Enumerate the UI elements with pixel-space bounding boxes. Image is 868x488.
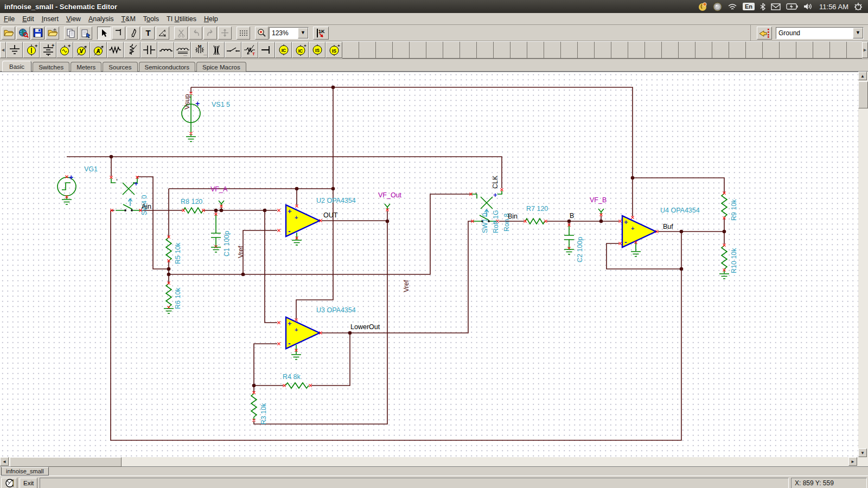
component-pointer-button[interactable] xyxy=(757,27,772,40)
zoom-tool-button[interactable] xyxy=(255,27,269,40)
label-vfout[interactable]: VF_Out xyxy=(378,191,402,199)
copy-button[interactable] xyxy=(64,27,78,40)
tab-switches[interactable]: Switches xyxy=(33,62,69,72)
menu-t-m[interactable]: T&M xyxy=(117,14,139,24)
exit-button[interactable]: Exit xyxy=(20,478,37,488)
menu-edit[interactable]: Edit xyxy=(18,14,38,24)
inductor-core-component-button[interactable]: ... xyxy=(174,42,191,58)
tab-semiconductors[interactable]: Semiconductors xyxy=(139,62,195,72)
opamp-u4[interactable]: + + - xyxy=(622,216,656,247)
label-lowerout[interactable]: LowerOut xyxy=(350,323,380,331)
label-vref2[interactable]: Vref xyxy=(403,280,410,292)
horizontal-scrollbar[interactable]: ◄ ► xyxy=(0,457,868,466)
tab-spice-macros[interactable]: Spice Macros xyxy=(196,62,246,72)
zoom-dropdown-arrow[interactable]: ▼ xyxy=(298,28,308,38)
voltmeter-component-button[interactable]: V xyxy=(73,42,90,58)
label-buf[interactable]: Buf xyxy=(663,223,673,230)
terminal-component-button[interactable] xyxy=(258,42,275,58)
redo-button[interactable] xyxy=(203,27,217,40)
label-vfb[interactable]: VF_B xyxy=(590,196,607,204)
transformer-component-button[interactable]: M... xyxy=(191,42,208,58)
is-meter-component-button[interactable]: IS xyxy=(309,42,326,58)
label-vfa[interactable]: VF_A xyxy=(210,185,228,193)
label-r10[interactable]: R10 10k xyxy=(730,248,738,273)
label-vsup[interactable]: Vsup xyxy=(183,94,191,110)
wires[interactable] xyxy=(67,87,724,440)
component-select-combo[interactable]: Ground ▼ xyxy=(776,27,864,39)
label-clk[interactable]: CLK xyxy=(492,175,499,189)
menu-view[interactable]: View xyxy=(62,14,85,24)
coupled-inductors-component-button[interactable] xyxy=(208,42,225,58)
capacitor-component-button[interactable] xyxy=(141,42,157,58)
label-r8[interactable]: R8 120 xyxy=(181,198,202,206)
instrument-gauge-button[interactable] xyxy=(1,478,17,488)
battery-component-button[interactable]: + xyxy=(40,42,56,58)
label-u3[interactable]: U3 OPA4354 xyxy=(316,306,356,314)
scroll-right-arrow[interactable]: ► xyxy=(848,457,857,466)
opamp-u3[interactable]: + + - xyxy=(286,317,320,349)
label-ain[interactable]: Ain xyxy=(142,203,151,210)
zoom-level-combo[interactable]: 123% ▼ xyxy=(269,27,309,39)
select-tool-button[interactable] xyxy=(97,27,111,40)
scroll-down-arrow[interactable]: ▼ xyxy=(858,448,867,457)
volume-icon[interactable] xyxy=(803,3,814,10)
controlled-rectifier-component-button[interactable]: T xyxy=(241,42,258,58)
ic-source-plus-component-button[interactable]: IC+ xyxy=(292,42,309,58)
component-scroll-right-arrow[interactable]: ► xyxy=(862,42,868,58)
power-gear-icon[interactable] xyxy=(854,2,863,11)
label-r5[interactable]: R5 10k xyxy=(174,242,182,264)
menu-file[interactable]: File xyxy=(0,14,18,24)
menu-insert[interactable]: Insert xyxy=(38,14,62,24)
text-tool-button[interactable]: T xyxy=(141,27,155,40)
menu-analysis[interactable]: Analysis xyxy=(85,14,118,24)
ground-component-button[interactable] xyxy=(6,42,23,58)
tab-meters[interactable]: Meters xyxy=(71,62,101,72)
label-sw1[interactable]: SW1 0 xyxy=(481,213,489,233)
menu-help[interactable]: Help xyxy=(200,14,222,24)
wifi-icon[interactable] xyxy=(727,3,737,10)
opamp-u2[interactable]: + + - xyxy=(286,205,320,236)
keyboard-layout-indicator[interactable]: En xyxy=(743,3,755,10)
paste-button[interactable] xyxy=(79,27,92,40)
open-file-button[interactable] xyxy=(2,27,15,40)
grid-toggle-button[interactable] xyxy=(237,27,250,40)
voltage-source-component-button[interactable]: + xyxy=(23,42,40,58)
document-tab[interactable]: infnoise_small xyxy=(1,467,49,476)
scroll-up-arrow[interactable]: ▲ xyxy=(858,72,867,80)
autolabel-1k-button[interactable]: 1K xyxy=(313,27,329,40)
export-file-button[interactable] xyxy=(46,27,59,40)
label-roff[interactable]: Roff 1G xyxy=(492,210,500,233)
menu-ti-utilities[interactable]: TI Utilities xyxy=(163,14,200,24)
cut-button[interactable] xyxy=(174,27,188,40)
shape-tool-button[interactable] xyxy=(156,27,169,40)
label-r3[interactable]: R3 10k xyxy=(260,403,267,425)
label-out[interactable]: OUT xyxy=(323,211,338,219)
horizontal-scroll-thumb[interactable] xyxy=(10,457,122,467)
menu-tools[interactable]: Tools xyxy=(139,14,163,24)
label-r9[interactable]: R9 10k xyxy=(730,199,738,221)
mail-icon[interactable] xyxy=(771,3,781,10)
tab-sources[interactable]: Sources xyxy=(103,62,137,72)
label-r7[interactable]: R7 120 xyxy=(526,205,548,213)
label-c2[interactable]: C2 100p xyxy=(576,237,584,262)
label-bin[interactable]: Bin xyxy=(508,213,518,220)
tab-basic[interactable]: Basic xyxy=(2,61,31,72)
potentiometer-component-button[interactable] xyxy=(124,42,141,58)
app-indicator-icon[interactable] xyxy=(698,2,707,11)
sphere-indicator-icon[interactable] xyxy=(713,2,722,11)
label-vg1[interactable]: VG1 xyxy=(84,165,98,173)
inductor-component-button[interactable] xyxy=(157,42,174,58)
component-scroll-left-arrow[interactable]: ◄ xyxy=(0,42,6,58)
scroll-left-arrow[interactable]: ◄ xyxy=(0,457,9,466)
label-r6[interactable]: R6 10k xyxy=(174,287,182,309)
label-r4[interactable]: R4 8k xyxy=(283,373,301,381)
vertical-scrollbar[interactable]: ▲ ▼ xyxy=(858,72,868,457)
label-vref1[interactable]: Vref xyxy=(237,246,245,258)
voltage-generator-component-button[interactable]: + xyxy=(56,42,73,58)
clock-text[interactable]: 11:56 AM xyxy=(819,3,848,11)
schematic-canvas[interactable]: + + - + + - + + - + + + + ' ' xyxy=(0,72,858,458)
label-u4[interactable]: U4 OPA4354 xyxy=(660,207,700,214)
ic-source-component-button[interactable]: IC xyxy=(275,42,292,58)
component-select-dropdown-arrow[interactable]: ▼ xyxy=(853,28,863,38)
vertical-scroll-thumb[interactable] xyxy=(858,81,868,108)
